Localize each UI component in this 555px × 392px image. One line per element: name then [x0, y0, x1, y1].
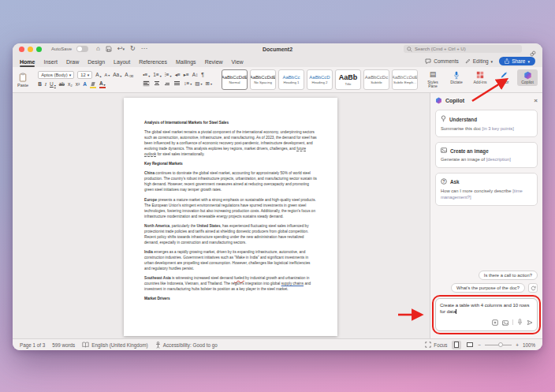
zoom-level[interactable]: 100%: [523, 342, 535, 348]
save-icon[interactable]: [106, 46, 112, 52]
shading-button[interactable]: ▨▾: [195, 81, 202, 87]
search-input[interactable]: Search (Cmd + Ctrl + U): [404, 45, 522, 53]
insert-image-icon[interactable]: [502, 315, 508, 329]
numbering-button[interactable]: 1≡▾: [153, 73, 161, 78]
page-icon: [454, 342, 459, 348]
clear-formatting-button[interactable]: A⌫: [125, 73, 133, 78]
copilot-card-image[interactable]: Create an imageGenerate an image of [des…: [435, 142, 538, 168]
styles-pane-button[interactable]: ▤ Styles Pane: [423, 69, 443, 91]
editor-button[interactable]: Editor: [494, 69, 514, 87]
highlight-color-button[interactable]: [90, 82, 96, 88]
bullets-button[interactable]: •≡▾: [143, 73, 150, 78]
style-normal[interactable]: AaBbCcDdENormal: [222, 69, 248, 90]
web-layout-view-button[interactable]: [465, 341, 475, 349]
align-left-button[interactable]: [143, 80, 150, 87]
dictate-button[interactable]: Dictate: [446, 69, 467, 87]
tab-review[interactable]: Review: [205, 59, 223, 65]
redo-icon[interactable]: ↻: [130, 46, 136, 52]
align-right-button[interactable]: [163, 80, 170, 87]
underline-button[interactable]: U▾: [50, 82, 56, 88]
word-count[interactable]: 599 words: [52, 342, 75, 348]
card-title-row: Create an image: [441, 147, 532, 154]
minimize-window-button[interactable]: [28, 47, 33, 52]
page-count[interactable]: Page 1 of 3: [20, 342, 45, 348]
bold-button[interactable]: B: [38, 82, 42, 88]
zoom-slider[interactable]: [485, 345, 512, 345]
tab-layout[interactable]: Layout: [114, 59, 130, 65]
text-effects-button[interactable]: A: [83, 82, 87, 88]
dictate-mic-icon[interactable]: [517, 315, 523, 329]
style-h2[interactable]: AaBbCcDHeading 2: [307, 69, 333, 90]
font-name-select[interactable]: Aptos (Body)▾: [38, 71, 74, 79]
style-nospacing[interactable]: AaBbCcDdENo Spacing: [250, 69, 276, 90]
style-sample: AaBbCcDdE: [222, 75, 248, 80]
justify-button[interactable]: [173, 80, 181, 87]
copilot-card-bulb[interactable]: UnderstandSummarise this doc [in 3 key p…: [435, 110, 538, 137]
autosave-toggle[interactable]: [76, 46, 88, 52]
decrease-indent-button[interactable]: ◂≡: [175, 73, 181, 78]
send-icon[interactable]: [527, 315, 533, 329]
accessibility-status[interactable]: Accessibility: Good to go: [155, 342, 218, 349]
more-commands-icon[interactable]: ⋯: [141, 46, 147, 52]
doc-text-segment: The global steel market remains a pivota…: [144, 130, 317, 151]
increase-indent-button[interactable]: ▸≡: [184, 73, 189, 78]
suggestion-chip[interactable]: What's the purpose of the doc?: [451, 283, 525, 293]
style-subtitle[interactable]: AaBbCcDcSubtitle: [363, 69, 389, 90]
undo-icon[interactable]: ↩▾: [117, 46, 125, 52]
style-sample: AaBbCc: [282, 75, 300, 80]
subscript-button[interactable]: x₂: [68, 82, 73, 88]
close-pane-icon[interactable]: ×: [534, 98, 538, 104]
tab-mailings[interactable]: Mailings: [176, 59, 196, 65]
tab-references[interactable]: References: [139, 59, 167, 65]
tab-draw[interactable]: Draw: [66, 59, 79, 65]
zoom-slider-thumb[interactable]: [498, 342, 503, 347]
line-spacing-button[interactable]: ↕≡▾: [184, 81, 192, 87]
add-ins-button[interactable]: Add-ins: [470, 69, 490, 87]
refresh-suggestions-button[interactable]: [528, 283, 538, 293]
style-name: Title: [345, 82, 351, 86]
copilot-button[interactable]: Copilot: [517, 69, 538, 87]
superscript-button[interactable]: x²: [76, 82, 80, 88]
shrink-font-button[interactable]: A▾: [105, 73, 110, 78]
show-paragraph-marks-button[interactable]: ¶: [201, 73, 204, 78]
home-icon[interactable]: ⌂: [96, 46, 100, 52]
italic-button[interactable]: I: [45, 82, 47, 88]
document-page[interactable]: Analysis of International Markets for St…: [124, 98, 337, 336]
chat-input[interactable]: Create a table with 4 columns and 10 row…: [435, 298, 538, 331]
font-size-select[interactable]: 12▾: [77, 71, 92, 79]
accessibility-icon: [155, 342, 161, 349]
align-center-button[interactable]: [153, 80, 160, 87]
zoom-window-button[interactable]: [36, 47, 42, 52]
focus-mode-button[interactable]: Focus: [425, 342, 447, 348]
editing-mode-button[interactable]: Editing▾: [465, 58, 493, 64]
tab-insert[interactable]: Insert: [43, 59, 58, 65]
suggestion-chip[interactable]: Is there a call to action?: [479, 271, 538, 280]
style-title[interactable]: AaBbTitle: [335, 69, 361, 90]
tab-design[interactable]: Design: [88, 59, 105, 65]
close-window-button[interactable]: [19, 47, 24, 52]
copilot-card-question[interactable]: ?AskHow can I more concisely describe [t…: [435, 173, 538, 206]
tab-home[interactable]: Home: [20, 59, 35, 65]
print-layout-view-button[interactable]: [452, 341, 461, 349]
change-case-button[interactable]: Aa▾: [113, 73, 121, 78]
style-h1[interactable]: AaBbCcHeading 1: [278, 69, 304, 90]
style-subtle[interactable]: AaBbCcDdESubtle Emph...: [392, 69, 418, 90]
grow-font-button[interactable]: A▴: [95, 73, 101, 78]
sort-button[interactable]: A↕: [192, 73, 199, 78]
paste-button[interactable]: Paste: [17, 73, 28, 88]
doc-text-segment: India: [144, 250, 153, 254]
doc-paragraph: The global steel market remains a pivota…: [144, 129, 317, 157]
comments-button[interactable]: Comments: [425, 58, 458, 65]
status-bar: Page 1 of 3 599 words English (United Ki…: [13, 338, 542, 350]
zoom-out-button[interactable]: −: [479, 342, 482, 348]
zoom-in-button[interactable]: +: [516, 342, 519, 348]
borders-button[interactable]: ⊞▾: [205, 81, 211, 87]
font-color-button[interactable]: A▾: [99, 81, 106, 88]
tab-view[interactable]: View: [232, 59, 244, 65]
share-link-icon[interactable]: [530, 46, 536, 60]
strikethrough-button[interactable]: ab: [59, 82, 65, 88]
proofing-language[interactable]: English (United Kingdom): [82, 342, 147, 348]
multilevel-list-button[interactable]: ⁝≡▾: [165, 73, 172, 78]
doc-paragraph: China continues to dominate the global s…: [144, 170, 317, 192]
prompt-guide-icon[interactable]: [492, 315, 498, 329]
